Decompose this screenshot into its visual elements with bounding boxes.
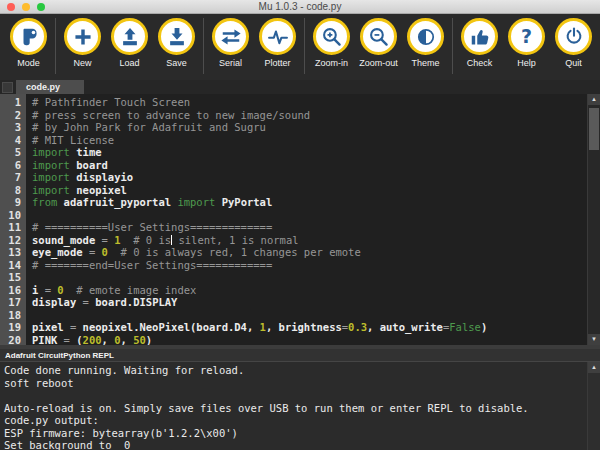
code-token: import xyxy=(177,196,215,208)
editor-scrollbar[interactable]: ▲ ▼ xyxy=(587,94,600,345)
line-number: 6 xyxy=(0,159,21,172)
toolbar-button-label: Theme xyxy=(411,58,439,68)
scroll-down-icon[interactable]: ▼ xyxy=(588,334,600,345)
line-number: 12 xyxy=(0,234,21,247)
repl-line xyxy=(4,389,584,402)
toolbar-button-check[interactable]: Check xyxy=(456,18,503,68)
code-token: False xyxy=(449,321,481,333)
code-line: PINK = (200, 0, 50) xyxy=(32,334,600,346)
code-editor[interactable]: 1234567891011121314151617181920 # Pathfi… xyxy=(0,94,600,345)
code-token: silent, 1 is normal xyxy=(172,234,298,246)
line-number: 9 xyxy=(0,196,21,209)
tab-code-py[interactable]: code.py xyxy=(16,80,84,94)
code-line xyxy=(32,209,600,222)
window-title: Mu 1.0.3 - code.py xyxy=(0,1,600,12)
line-number: 1 xyxy=(0,96,21,109)
code-token: import xyxy=(32,146,70,158)
toolbar-button-plotter[interactable]: Plotter xyxy=(254,18,301,68)
toolbar: ModeNewLoadSaveSerialPlotterZoom-inZoom-… xyxy=(0,14,600,80)
code-token: = xyxy=(57,334,76,346)
toolbar-button-label: Check xyxy=(467,58,493,68)
code-line: # press screen to advance to new image/s… xyxy=(32,109,600,122)
toolbar-button-label: Serial xyxy=(219,58,242,68)
repl-line: Set background to 0 xyxy=(4,439,584,450)
thumbs-up-icon xyxy=(461,18,498,55)
save-icon xyxy=(158,18,195,55)
code-token: pixel xyxy=(32,321,64,333)
code-token: import xyxy=(32,171,70,183)
code-token: # 0 is always red, 1 changes per emote xyxy=(108,246,361,258)
toolbar-button-zoom-out[interactable]: Zoom-out xyxy=(355,18,402,68)
code-line: from adafruit_pyportal import PyPortal xyxy=(32,196,600,209)
toolbar-button-theme[interactable]: Theme xyxy=(402,18,449,68)
toolbar-button-mode[interactable]: Mode xyxy=(5,18,52,68)
line-number: 13 xyxy=(0,246,21,259)
code-token: time xyxy=(70,146,102,158)
toolbar-button-label: Load xyxy=(119,58,139,68)
line-number: 17 xyxy=(0,296,21,309)
code-token: # =======end=User Settings============ xyxy=(32,259,272,271)
code-line: # MIT License xyxy=(32,134,600,147)
line-number: 16 xyxy=(0,284,21,297)
code-line xyxy=(32,271,600,284)
code-line: # =======end=User Settings============ xyxy=(32,259,600,272)
zoom-out-icon xyxy=(360,18,397,55)
mode-icon xyxy=(10,18,47,55)
code-token: displayio xyxy=(70,171,133,183)
code-line xyxy=(32,309,600,322)
code-token: import xyxy=(32,159,70,171)
new-file-icon xyxy=(64,18,101,55)
code-token: = xyxy=(76,296,95,308)
code-token: sound_mode xyxy=(32,234,95,246)
code-token: # Pathfinder Touch Screen xyxy=(32,96,190,108)
question-icon: ? xyxy=(508,18,545,55)
code-token: # emote image index xyxy=(64,284,197,296)
code-line: eye_mode = 0 # 0 is always red, 1 change… xyxy=(32,246,600,259)
line-number: 4 xyxy=(0,134,21,147)
repl-output: Code done running. Waiting for reload.so… xyxy=(0,362,600,450)
line-number: 5 xyxy=(0,146,21,159)
editor-scrollbar-thumb[interactable] xyxy=(589,108,599,150)
repl-line: ESP firmware: bytearray(b'1.2.2\x00') xyxy=(4,427,584,440)
toolbar-button-label: Zoom-in xyxy=(315,58,348,68)
toolbar-button-label: Save xyxy=(166,58,187,68)
code-token: PyPortal xyxy=(215,196,272,208)
line-number: 11 xyxy=(0,221,21,234)
line-number: 2 xyxy=(0,109,21,122)
scroll-up-icon[interactable]: ▲ xyxy=(588,94,600,105)
toolbar-button-quit[interactable]: Quit xyxy=(550,18,597,68)
toolbar-button-save[interactable]: Save xyxy=(153,18,200,68)
code-token: adafruit_pyportal xyxy=(57,196,177,208)
toolbar-button-load[interactable]: Load xyxy=(106,18,153,68)
code-line: import time xyxy=(32,146,600,159)
code-line: pixel = neopixel.NeoPixel(board.D4, 1, b… xyxy=(32,321,600,334)
code-token: = xyxy=(83,246,102,258)
code-line: import displayio xyxy=(32,171,600,184)
repl-scrollbar[interactable]: ▲ xyxy=(587,362,600,450)
toolbar-button-serial[interactable]: Serial xyxy=(207,18,254,68)
scroll-up-icon[interactable]: ▲ xyxy=(588,362,600,373)
code-token: , xyxy=(121,334,134,346)
code-token: display xyxy=(32,296,76,308)
toolbar-button-help[interactable]: ?Help xyxy=(503,18,550,68)
toolbar-button-label: Mode xyxy=(17,58,40,68)
theme-icon xyxy=(407,18,444,55)
toolbar-button-zoom-in[interactable]: Zoom-in xyxy=(308,18,355,68)
code-line: # Pathfinder Touch Screen xyxy=(32,96,600,109)
code-token: , auto_write xyxy=(367,321,443,333)
code-line: import board xyxy=(32,159,600,172)
repl-panel[interactable]: Code done running. Waiting for reload.so… xyxy=(0,362,600,450)
code-token: board.DISPLAY xyxy=(95,296,177,308)
code-token: = xyxy=(38,284,57,296)
toolbar-button-label: Zoom-out xyxy=(359,58,398,68)
repl-line: Auto-reload is on. Simply save files ove… xyxy=(4,402,584,415)
line-number: 10 xyxy=(0,209,21,222)
code-token: eye_mode xyxy=(32,246,83,258)
toolbar-button-new[interactable]: New xyxy=(59,18,106,68)
repl-header: Adafruit CircuitPython REPL xyxy=(0,349,600,362)
code-token: from xyxy=(32,196,57,208)
code-text-area[interactable]: # Pathfinder Touch Screen# press screen … xyxy=(26,94,600,345)
line-number: 8 xyxy=(0,184,21,197)
repl-line: Code done running. Waiting for reload. xyxy=(4,364,584,377)
line-number: 19 xyxy=(0,321,21,334)
